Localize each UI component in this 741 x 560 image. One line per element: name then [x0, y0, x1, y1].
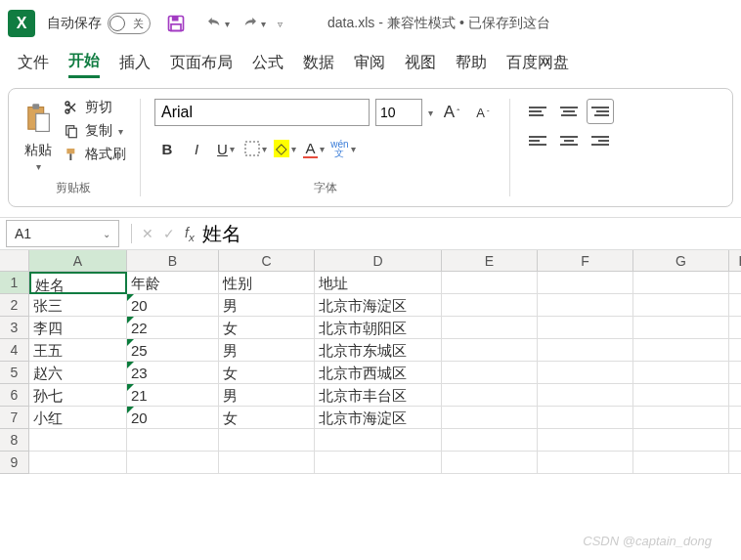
cell[interactable]: 王五: [29, 339, 127, 362]
autosave-toggle[interactable]: 关: [108, 13, 151, 34]
cell[interactable]: [633, 339, 729, 362]
cell[interactable]: [729, 339, 741, 362]
col-header[interactable]: B: [127, 250, 219, 272]
format-painter-button[interactable]: 格式刷: [64, 146, 126, 163]
cell[interactable]: [633, 294, 729, 317]
cell[interactable]: [442, 362, 538, 384]
cell[interactable]: [633, 452, 729, 474]
cancel-formula-icon[interactable]: ✕: [142, 226, 153, 241]
cell[interactable]: 小红: [29, 407, 127, 429]
name-box[interactable]: A1 ⌄: [6, 220, 119, 247]
cell[interactable]: 赵六: [29, 362, 127, 384]
cell[interactable]: [315, 452, 442, 474]
cell[interactable]: [633, 429, 729, 452]
cut-button[interactable]: 剪切: [64, 99, 126, 116]
cell[interactable]: 北京市东城区: [315, 339, 442, 362]
cell[interactable]: [729, 452, 741, 474]
cell[interactable]: 孙七: [29, 384, 127, 407]
align-top-right-button[interactable]: [587, 99, 614, 124]
tab-file[interactable]: 文件: [18, 53, 49, 77]
cell[interactable]: [538, 407, 633, 429]
cell[interactable]: [538, 429, 633, 452]
tab-page-layout[interactable]: 页面布局: [170, 53, 233, 77]
col-header[interactable]: G: [633, 250, 729, 272]
copy-button[interactable]: 复制 ▾: [64, 122, 126, 140]
align-top-left-button[interactable]: [524, 99, 551, 124]
tab-baidu[interactable]: 百度网盘: [506, 53, 569, 77]
cell[interactable]: [127, 452, 219, 474]
cell[interactable]: [219, 452, 315, 474]
cell[interactable]: 女: [219, 407, 315, 429]
cell[interactable]: 北京市西城区: [315, 362, 442, 384]
formula-input[interactable]: [195, 223, 741, 245]
tab-insert[interactable]: 插入: [119, 53, 151, 77]
align-top-center-button[interactable]: [555, 99, 583, 124]
cell[interactable]: [633, 362, 729, 384]
row-header[interactable]: 2: [0, 294, 29, 317]
cell[interactable]: 男: [219, 339, 315, 362]
cell[interactable]: [538, 384, 633, 407]
cell[interactable]: 20: [127, 407, 219, 429]
increase-font-button[interactable]: Aˆ: [439, 100, 464, 125]
col-header[interactable]: A: [29, 250, 127, 272]
cell[interactable]: [633, 272, 729, 294]
font-size-input[interactable]: [375, 99, 422, 126]
cell[interactable]: [633, 384, 729, 407]
bold-button[interactable]: B: [154, 136, 180, 161]
cell[interactable]: [442, 294, 538, 317]
cell[interactable]: [729, 407, 741, 429]
row-header[interactable]: 6: [0, 384, 29, 407]
cell[interactable]: [729, 272, 741, 294]
cell[interactable]: [29, 429, 127, 452]
row-header[interactable]: 8: [0, 429, 29, 452]
fill-color-button[interactable]: ◇▾: [272, 136, 297, 161]
cell[interactable]: [538, 294, 633, 317]
tab-data[interactable]: 数据: [303, 53, 334, 77]
cell[interactable]: 北京市海淀区: [315, 294, 442, 317]
cell[interactable]: [538, 272, 633, 294]
cell[interactable]: 李四: [29, 317, 127, 339]
cell[interactable]: 男: [219, 294, 315, 317]
font-name-input[interactable]: [154, 99, 370, 126]
cell[interactable]: [538, 362, 633, 384]
italic-button[interactable]: I: [184, 136, 209, 161]
row-header[interactable]: 4: [0, 339, 29, 362]
cell[interactable]: 北京市朝阳区: [315, 317, 442, 339]
cell[interactable]: [29, 452, 127, 474]
cell[interactable]: [729, 294, 741, 317]
row-header[interactable]: 5: [0, 362, 29, 384]
align-right-button[interactable]: [587, 128, 614, 153]
cell[interactable]: [729, 362, 741, 384]
col-header[interactable]: D: [315, 250, 442, 272]
border-button[interactable]: ▾: [242, 136, 268, 161]
cell[interactable]: [633, 407, 729, 429]
tab-formulas[interactable]: 公式: [252, 53, 283, 77]
cell[interactable]: 北京市海淀区: [315, 407, 442, 429]
cell[interactable]: 年龄: [127, 272, 219, 294]
cell[interactable]: 23: [127, 362, 219, 384]
col-header[interactable]: F: [538, 250, 633, 272]
cell[interactable]: 20: [127, 294, 219, 317]
cell[interactable]: 21: [127, 384, 219, 407]
cell[interactable]: 性别: [219, 272, 315, 294]
accept-formula-icon[interactable]: ✓: [163, 226, 175, 241]
tab-review[interactable]: 审阅: [354, 53, 385, 77]
cell[interactable]: [442, 429, 538, 452]
align-left-button[interactable]: [524, 128, 551, 153]
font-color-button[interactable]: A▾: [301, 136, 327, 161]
cell[interactable]: 地址: [315, 272, 442, 294]
cell[interactable]: [219, 429, 315, 452]
cell[interactable]: 22: [127, 317, 219, 339]
col-header[interactable]: C: [219, 250, 315, 272]
cell[interactable]: 女: [219, 317, 315, 339]
col-header[interactable]: E: [442, 250, 538, 272]
cell[interactable]: [315, 429, 442, 452]
fx-icon[interactable]: fx: [185, 225, 195, 243]
cell[interactable]: 男: [219, 384, 315, 407]
cell[interactable]: [127, 429, 219, 452]
cell[interactable]: [442, 317, 538, 339]
row-header[interactable]: 3: [0, 317, 29, 339]
autosave-control[interactable]: 自动保存 关: [47, 13, 151, 34]
undo-button[interactable]: ▾: [201, 11, 234, 36]
underline-button[interactable]: U▾: [213, 136, 239, 161]
